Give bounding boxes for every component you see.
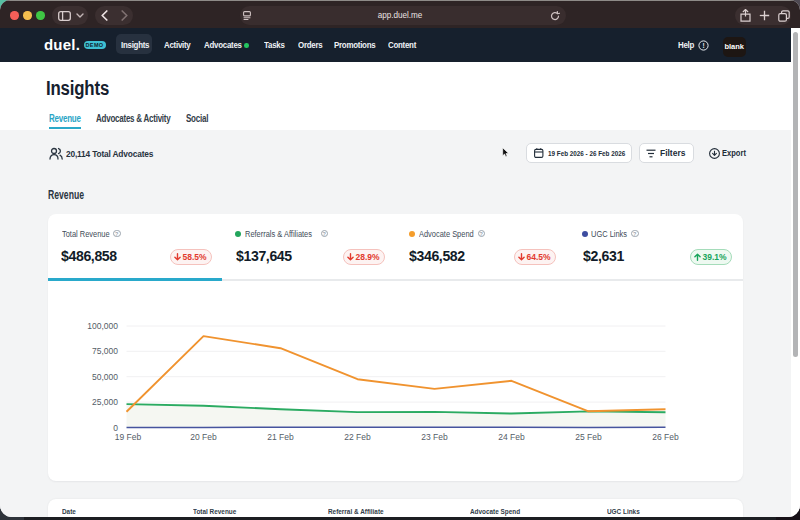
svg-text:26 Feb: 26 Feb xyxy=(652,432,679,442)
svg-text:20 Feb: 20 Feb xyxy=(190,432,217,442)
svg-text:23 Feb: 23 Feb xyxy=(421,432,448,442)
svg-text:24 Feb: 24 Feb xyxy=(498,432,525,442)
svg-text:100,000: 100,000 xyxy=(87,321,118,331)
svg-text:21 Feb: 21 Feb xyxy=(267,432,294,442)
svg-text:75,000: 75,000 xyxy=(92,346,118,356)
svg-text:!: ! xyxy=(702,42,704,49)
svg-text:50,000: 50,000 xyxy=(92,372,118,382)
svg-text:25,000: 25,000 xyxy=(92,397,118,407)
svg-text:22 Feb: 22 Feb xyxy=(344,432,371,442)
svg-text:25 Feb: 25 Feb xyxy=(575,432,602,442)
svg-text:19 Feb: 19 Feb xyxy=(115,432,142,442)
